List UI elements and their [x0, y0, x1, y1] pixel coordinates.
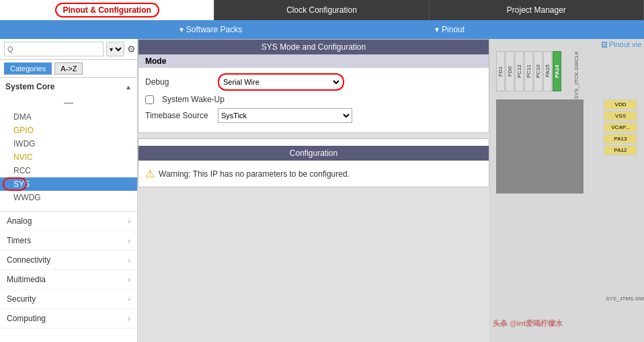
top-navigation: Pinout & Configuration Clock Configurati… [0, 0, 644, 20]
second-navigation: ▾ Software Packs ▾ Pinout [0, 20, 644, 39]
debug-row: Debug Serial Wire No Debug JTAG (4 pins)… [145, 73, 482, 91]
sys-jtms-label: SYS_JTMS-SW [606, 296, 644, 302]
sidebar-item-iwdg[interactable]: IWDG [0, 137, 137, 151]
multimedia-label: Multimedia [7, 275, 46, 284]
sidebar-group-timers[interactable]: Timers › [0, 231, 137, 251]
pin-pa12: PA12 [604, 145, 637, 155]
nav-pinout[interactable]: ▾ Pinout [421, 20, 478, 39]
nav-project[interactable]: Project Manager [430, 0, 644, 20]
system-core-label: System Core [5, 82, 54, 91]
pin-pa13: PA13 [604, 134, 637, 144]
content-area: SYS Mode and Configuration Mode Debug Se… [138, 39, 489, 342]
pin-vss: VSS [604, 111, 637, 121]
sys-panel-title: SYS Mode and Configuration [138, 40, 489, 54]
nav-software-packs[interactable]: ▾ Software Packs [166, 20, 255, 39]
chevron-right-icon: › [128, 217, 130, 225]
sidebar-search-row: ▾ ⚙ [0, 39, 137, 60]
warning-icon: ⚠ [145, 167, 155, 180]
search-input[interactable] [4, 42, 104, 56]
sidebar-group-analog[interactable]: Analog › [0, 212, 137, 231]
chevron-down-icon: ▾ [435, 25, 439, 34]
chip-body [496, 99, 583, 194]
sidebar-tabs: Categories A->Z [0, 60, 137, 78]
system-core-header[interactable]: System Core ▲ [0, 78, 137, 95]
timebase-label: Timebase Source [145, 111, 212, 120]
system-core-items: DMA GPIO IWDG NVIC RCC SYS WWDG [0, 109, 137, 206]
tab-atoz[interactable]: A->Z [54, 62, 83, 75]
sidebar-item-nvic[interactable]: NVIC [0, 151, 137, 164]
sidebar: ▾ ⚙ Categories A->Z System Core ▲ — DMA … [0, 39, 138, 342]
sidebar-group-connectivity[interactable]: Connectivity › [0, 251, 137, 270]
chevron-right-icon: › [128, 314, 130, 323]
pin-fd1: FD1 [496, 51, 505, 91]
nav-project-label: Project Manager [507, 5, 566, 15]
warning-text: Warning: This IP has no parameters to be… [159, 169, 350, 179]
sidebar-group-multimedia[interactable]: Multimedia › [0, 270, 137, 290]
sidebar-item-gpio[interactable]: GPIO [0, 124, 137, 137]
filter-select[interactable]: ▾ [106, 42, 124, 56]
pin-vdd: VDD [604, 99, 637, 110]
collapse-icon: ▲ [125, 83, 132, 91]
sidebar-section-system-core: System Core ▲ — DMA GPIO IWDG NVIC RCC S… [0, 78, 137, 212]
timebase-select[interactable]: SysTick TIM1 TIM2 [218, 108, 352, 123]
sidebar-item-sys[interactable]: SYS [0, 177, 137, 191]
system-wakeup-label: System Wake-Up [162, 95, 225, 104]
sys-content: Debug Serial Wire No Debug JTAG (4 pins)… [138, 68, 489, 132]
chevron-right-icon: › [128, 237, 130, 245]
sys-jtck-label: SYS_JTCK-SWCLK [573, 51, 579, 99]
tab-categories[interactable]: Categories [4, 62, 52, 75]
chevron-right-icon: › [128, 295, 130, 303]
debug-select[interactable]: Serial Wire No Debug JTAG (4 pins) JTAG … [220, 75, 341, 89]
sidebar-item-wwdg[interactable]: WWDG [0, 191, 137, 204]
system-wakeup-checkbox[interactable] [145, 95, 154, 104]
pin-pc12: PC12 [515, 51, 524, 91]
timers-label: Timers [7, 236, 31, 245]
pinout-view-label: Pinout vie [609, 40, 641, 48]
pinout-view-button[interactable]: 🖼 Pinout vie [601, 40, 641, 48]
nav-pinout-label: Pinout & Configuration [55, 3, 159, 17]
analog-label: Analog [7, 216, 32, 226]
system-wakeup-row: System Wake-Up [145, 95, 482, 104]
watermark: 头条 @int爱喝柠檬水 [493, 318, 563, 329]
connectivity-label: Connectivity [7, 255, 50, 265]
computing-label: Computing [7, 314, 46, 323]
pinout-icon: 🖼 [601, 41, 608, 48]
pin-pc11: PC11 [524, 51, 533, 91]
debug-select-wrapper: Serial Wire No Debug JTAG (4 pins) JTAG … [218, 73, 344, 91]
sys-panel: SYS Mode and Configuration Mode Debug Se… [138, 39, 489, 133]
chevron-down-icon: ▾ [179, 25, 184, 34]
debug-label: Debug [145, 77, 212, 87]
gear-icon[interactable]: ⚙ [127, 42, 136, 56]
mode-section-label: Mode [138, 54, 489, 68]
nav-pinout[interactable]: Pinout & Configuration [0, 0, 214, 20]
pin-pc10: PC10 [534, 51, 542, 91]
collapse-handle[interactable]: — [64, 97, 73, 108]
sidebar-group-security[interactable]: Security › [0, 290, 137, 309]
pin-pa15: PA15 [543, 51, 552, 91]
chevron-right-icon: › [128, 275, 130, 284]
chevron-right-icon: › [128, 256, 130, 264]
config-warning: ⚠ Warning: This IP has no parameters to … [138, 161, 489, 187]
software-packs-label: Software Packs [186, 25, 242, 34]
top-pins-row: FD1 FD0 PC12 PC11 PC10 PA15 PA14 [496, 51, 561, 91]
main-layout: ▾ ⚙ Categories A->Z System Core ▲ — DMA … [0, 39, 644, 342]
config-panel: Configuration ⚠ Warning: This IP has no … [138, 138, 489, 187]
right-pins: VDD VSS VCAP... PA13 PA12 [604, 99, 637, 155]
sidebar-item-rcc[interactable]: RCC [0, 164, 137, 177]
pin-pa14: PA14 [553, 51, 561, 91]
sidebar-group-computing[interactable]: Computing › [0, 309, 137, 329]
pin-fd0: FD0 [506, 51, 514, 91]
pinout-label: Pinout [442, 25, 465, 34]
nav-clock-label: Clock Configuration [286, 5, 357, 15]
pin-vcap: VCAP... [604, 122, 637, 132]
config-title: Configuration [138, 146, 489, 161]
sidebar-item-dma[interactable]: DMA [0, 110, 137, 124]
chip-panel: 🖼 Pinout vie FD1 FD0 PC12 PC11 PC10 PA15… [489, 39, 644, 342]
timebase-row: Timebase Source SysTick TIM1 TIM2 [145, 108, 482, 123]
security-label: Security [7, 294, 36, 304]
nav-clock[interactable]: Clock Configuration [214, 0, 429, 20]
